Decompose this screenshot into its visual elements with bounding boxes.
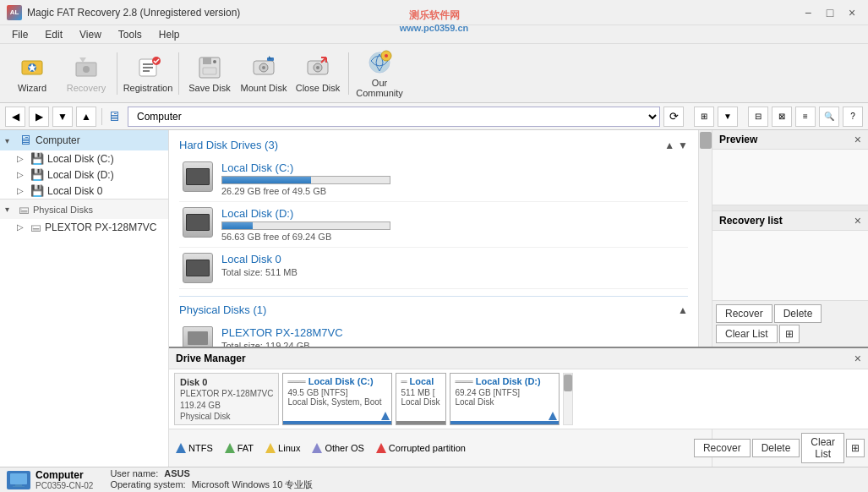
- dm-local-desc: Local Disk: [401, 397, 441, 407]
- plextor-icon: 🖴: [30, 221, 41, 233]
- menu-view[interactable]: View: [73, 27, 108, 42]
- menu-edit[interactable]: Edit: [38, 27, 69, 42]
- registration-button[interactable]: Registration: [123, 49, 173, 98]
- expand-arrow-computer: ▾: [5, 136, 15, 145]
- dm-partition-local[interactable]: ═ Local 511 MB [ Local Disk: [396, 373, 446, 425]
- back-button[interactable]: ◀: [5, 107, 25, 127]
- dm-d-arrow: [549, 411, 557, 423]
- status-user-value: ASUS: [164, 468, 190, 478]
- scroll-thumb-content[interactable]: [700, 132, 712, 149]
- dm-c-indicator: [283, 421, 391, 424]
- physical-scroll-up[interactable]: ▲: [678, 304, 688, 316]
- corrupted-icon: [376, 443, 386, 453]
- dm-delete-button[interactable]: Delete: [752, 439, 800, 457]
- svg-rect-27: [10, 473, 27, 484]
- preview-close[interactable]: ×: [854, 133, 861, 146]
- hdd-scroll-up[interactable]: ▲: [664, 139, 674, 151]
- recovery-label: Recovery: [67, 83, 106, 93]
- sidebar-local-c[interactable]: ▷ 💾 Local Disk (C:): [0, 150, 168, 167]
- dropdown-button[interactable]: ▼: [52, 107, 73, 127]
- grid-options-button[interactable]: ⊞: [779, 325, 800, 343]
- mount-disk-button[interactable]: Mount Disk: [238, 49, 289, 98]
- legend: NTFS FAT Linux Other OS: [169, 440, 712, 456]
- disk-item-0[interactable]: Local Disk 0 Total size: 511 MB: [179, 248, 688, 289]
- status-os-value: Microsoft Windows 10 专业版: [192, 479, 314, 489]
- menu-help[interactable]: Help: [152, 27, 187, 42]
- hdd-scroll-down[interactable]: ▼: [678, 139, 688, 151]
- physical-section-title: Physical Disks (1): [179, 303, 266, 316]
- dm-recovery-buttons: Recover Delete Clear List ⊞: [712, 429, 868, 467]
- dm-local-header: ═ Local: [401, 376, 441, 386]
- sidebar-computer-label: Computer: [35, 134, 80, 146]
- dm-c-stripe: ═══: [287, 377, 305, 386]
- svg-rect-29: [13, 486, 25, 487]
- up-button[interactable]: ▲: [76, 107, 96, 127]
- sidebar-label-d: Local Disk (D:): [47, 169, 114, 181]
- delete-button[interactable]: Delete: [774, 304, 822, 323]
- menu-tools[interactable]: Tools: [112, 27, 149, 42]
- dm-scrollbar[interactable]: [563, 373, 573, 425]
- close-button[interactable]: ×: [843, 3, 861, 22]
- dm-clear-list-button[interactable]: Clear List: [801, 433, 844, 463]
- content-area[interactable]: Hard Disk Drives (3) ▲ ▼ Local Disk (C:): [169, 130, 698, 347]
- sidebar-plextor[interactable]: ▷ 🖴 PLEXTOR PX-128M7VC: [0, 219, 168, 235]
- registration-label: Registration: [123, 83, 173, 93]
- preview-title: Preview: [719, 134, 757, 145]
- save-disk-label: Save Disk: [188, 83, 231, 93]
- app-title: Magic FAT Recovery 2.8 (Unregistered ver…: [27, 7, 240, 19]
- recovery-list-close[interactable]: ×: [854, 214, 861, 227]
- address-select[interactable]: Computer: [128, 107, 660, 127]
- dm-partition-c[interactable]: ═══ Local Disk (C:) 49.5 GB [NTFS] Local…: [282, 373, 392, 425]
- recover-button[interactable]: Recover: [716, 304, 772, 323]
- minimize-button[interactable]: −: [799, 3, 817, 22]
- save-disk-button[interactable]: Save Disk: [184, 49, 235, 98]
- svg-point-12: [262, 66, 265, 69]
- help-button[interactable]: ?: [843, 107, 863, 127]
- maximize-button[interactable]: □: [821, 3, 839, 22]
- large-icons-button[interactable]: ⊟: [748, 107, 768, 127]
- dm-scroll-thumb[interactable]: [564, 374, 572, 391]
- svg-rect-7: [203, 57, 211, 64]
- dm-partition-d[interactable]: ═══ Local Disk (D:) 69.24 GB [NTFS] Loca…: [450, 373, 560, 425]
- disk-0-detail: Total size: 511 MB: [221, 267, 685, 277]
- clear-list-button[interactable]: Clear List: [716, 325, 778, 343]
- view-toggle-button[interactable]: ▼: [718, 107, 738, 127]
- refresh-button[interactable]: ⟳: [663, 107, 684, 127]
- community-button[interactable]: Our Community: [354, 49, 405, 98]
- wizard-label: Wizard: [18, 83, 46, 93]
- close-disk-button[interactable]: Close Disk: [292, 49, 343, 98]
- computer-sidebar-icon: 🖥: [19, 133, 32, 148]
- menu-file[interactable]: File: [5, 27, 35, 42]
- preview-header: Preview ×: [712, 130, 868, 150]
- dm-disk-0[interactable]: Disk 0 PLEXTOR PX-128M7VC 119.24 GB Phys…: [174, 373, 279, 425]
- sidebar-computer[interactable]: ▾ 🖥 Computer: [0, 130, 168, 150]
- search-button[interactable]: 🔍: [819, 107, 839, 127]
- sidebar-local-0[interactable]: ▷ 💾 Local Disk 0: [0, 183, 168, 199]
- sidebar-local-d[interactable]: ▷ 💾 Local Disk (D:): [0, 167, 168, 183]
- status-os-label: Operating system:: [110, 479, 185, 489]
- disk-item-plextor[interactable]: PLEXTOR PX-128M7VC Total size: 119.24 GB: [179, 321, 688, 347]
- dm-grid-button[interactable]: ⊞: [846, 439, 865, 457]
- disk-c-thumb: [183, 161, 213, 192]
- disk-0-icon: 💾: [30, 184, 44, 197]
- recovery-button[interactable]: Recovery: [61, 49, 112, 98]
- fat-label: FAT: [237, 443, 254, 453]
- content-scrollbar[interactable]: [698, 130, 712, 347]
- drive-manager-close[interactable]: ×: [854, 352, 861, 365]
- view-options-button[interactable]: ⊞: [694, 107, 714, 127]
- disk-item-c[interactable]: Local Disk (C:) 26.29 GB free of 49.5 GB: [179, 156, 688, 202]
- disk-d-thumb: [183, 207, 213, 238]
- small-icons-button[interactable]: ⊠: [772, 107, 792, 127]
- svg-marker-21: [549, 412, 557, 420]
- close-disk-icon: [304, 54, 331, 81]
- dm-c-label: Local Disk (C:): [308, 376, 374, 386]
- dm-recover-button[interactable]: Recover: [694, 439, 751, 457]
- wizard-icon: [19, 54, 46, 81]
- forward-button[interactable]: ▶: [29, 107, 49, 127]
- disk-item-d[interactable]: Local Disk (D:) 56.63 GB free of 69.24 G…: [179, 202, 688, 248]
- wizard-button[interactable]: Wizard: [7, 49, 57, 98]
- list-view-button[interactable]: ≡: [795, 107, 816, 127]
- toolbar-sep-1: [117, 52, 117, 95]
- sidebar: ▾ 🖥 Computer ▷ 💾 Local Disk (C:) ▷ 💾 Loc…: [0, 130, 169, 467]
- disk-c-info: Local Disk (C:) 26.29 GB free of 49.5 GB: [221, 161, 685, 196]
